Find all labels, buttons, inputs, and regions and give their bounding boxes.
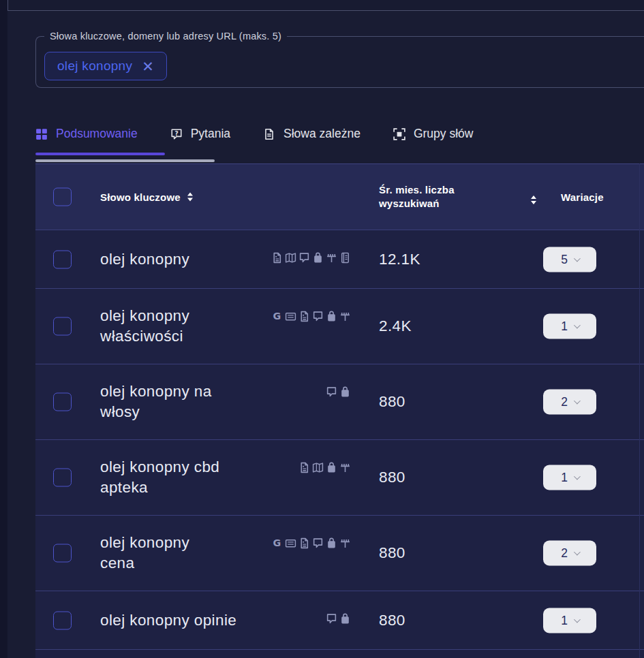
bag-icon	[326, 311, 337, 322]
tab-label: Grupy słów	[414, 127, 474, 141]
column-header-variations: Wariacje	[561, 191, 604, 203]
bag-icon	[339, 386, 351, 398]
dashboard-icon	[35, 128, 48, 140]
snippet-icon	[285, 537, 296, 549]
row-checkbox[interactable]	[53, 250, 72, 268]
row-checkbox[interactable]	[53, 469, 72, 487]
bag-icon	[326, 537, 337, 549]
bag-icon	[339, 613, 351, 625]
chevron-down-icon	[574, 398, 581, 405]
table-row-partial	[35, 649, 644, 658]
keyword-cell[interactable]: olej konopny cbd apteka	[100, 457, 219, 498]
variations-dropdown-button[interactable]: 1	[543, 314, 596, 339]
sort-down-icon	[531, 201, 536, 204]
map-icon	[312, 462, 324, 473]
search-volume: 2.4K	[379, 317, 412, 335]
tab-pytania[interactable]: Pytania	[170, 127, 230, 141]
bag-icon	[312, 252, 324, 264]
row-checkbox[interactable]	[53, 393, 72, 411]
keywords-input-label: Słowa kluczowe, domeny lub adresy URL (m…	[44, 31, 287, 42]
keywords-table: Słowo kluczowe Śr. mies. liczba wyszukiw…	[35, 163, 644, 658]
document-icon	[298, 462, 310, 473]
search-volume: 880	[379, 612, 405, 629]
chevron-down-icon	[574, 473, 581, 480]
chevron-down-icon	[574, 322, 581, 329]
serp-feature-icons	[271, 311, 351, 322]
row-checkbox[interactable]	[53, 544, 72, 563]
variations-dropdown-button[interactable]: 1	[543, 465, 596, 490]
chat-icon	[298, 252, 310, 264]
keyword-cell[interactable]: olej konopny opinie	[100, 610, 236, 631]
table-row: olej konopny opinie8801	[35, 591, 644, 649]
sitelinks-icon	[339, 311, 351, 322]
row-checkbox[interactable]	[53, 611, 72, 629]
sitelinks-icon	[339, 462, 351, 473]
serp-feature-icons	[271, 537, 351, 549]
sort-keyword-button[interactable]	[187, 193, 193, 202]
variations-count: 2	[561, 546, 568, 561]
table-header: Słowo kluczowe Śr. mies. liczba wyszukiw…	[35, 163, 644, 230]
keyword-chip-label: olej konopny	[57, 59, 132, 74]
document-icon	[271, 252, 283, 264]
tabs-scrollbar[interactable]	[35, 159, 215, 162]
variations-count: 1	[561, 471, 568, 485]
keyword-cell[interactable]: olej konopny właściwości	[100, 306, 189, 347]
variations-count: 1	[561, 613, 568, 627]
chat-icon	[326, 613, 337, 625]
variations-count: 2	[561, 395, 568, 409]
tab-label: Słowa zależne	[283, 127, 361, 141]
keyword-analysis-page: Słowa kluczowe, domeny lub adresy URL (m…	[0, 0, 644, 658]
tab-grupy-słów[interactable]: Grupy słów	[393, 127, 474, 141]
book-icon	[339, 252, 351, 264]
document-icon	[298, 537, 310, 549]
tab-słowa-zależne[interactable]: Słowa zależne	[263, 127, 361, 141]
column-header-keyword: Słowo kluczowe	[100, 191, 181, 203]
sort-volume-button[interactable]	[531, 195, 536, 204]
serp-feature-icons	[271, 252, 351, 264]
table-body: olej konopny12.1K5olej konopny właściwoś…	[35, 230, 644, 649]
chat-icon	[326, 386, 337, 398]
chat-icon	[312, 311, 324, 322]
tab-label: Pytania	[191, 127, 230, 141]
serp-feature-icons	[298, 462, 351, 473]
sitelinks-icon	[339, 537, 351, 549]
bag-icon	[326, 462, 337, 473]
variations-dropdown-button[interactable]: 2	[543, 541, 596, 566]
chevron-down-icon	[574, 549, 581, 556]
search-volume: 880	[379, 544, 405, 562]
tab-podsumowanie[interactable]: Podsumowanie	[35, 127, 138, 141]
keyword-cell[interactable]: olej konopny cena	[100, 533, 189, 574]
serp-feature-icons	[326, 613, 351, 625]
column-header-volume: Śr. mies. liczba wyszukiwań	[379, 183, 455, 211]
keywords-input-group[interactable]: Słowa kluczowe, domeny lub adresy URL (m…	[35, 36, 644, 88]
active-tab-underline	[35, 153, 165, 155]
search-volume: 880	[379, 469, 405, 486]
content-panel: Słowa kluczowe, domeny lub adresy URL (m…	[7, 0, 644, 658]
variations-count: 1	[561, 319, 568, 334]
variations-dropdown-button[interactable]: 5	[543, 247, 596, 272]
select-all-checkbox[interactable]	[53, 188, 72, 206]
map-icon	[285, 252, 296, 264]
document-icon	[298, 311, 310, 322]
search-volume: 880	[379, 393, 405, 411]
table-row: olej konopny na włosy8802	[35, 364, 644, 439]
variations-dropdown-button[interactable]: 1	[543, 608, 596, 633]
row-checkbox[interactable]	[53, 317, 72, 336]
top-panel-edge	[7, 0, 644, 11]
search-volume: 12.1K	[379, 251, 420, 268]
table-row: olej konopny cbd apteka8801	[35, 439, 644, 515]
tab-bar: PodsumowaniePytaniaSłowa zależneGrupy sł…	[35, 127, 473, 141]
keyword-chip[interactable]: olej konopny✕	[44, 52, 167, 80]
google-icon	[271, 311, 283, 322]
table-right-divider	[639, 163, 640, 658]
keyword-cell[interactable]: olej konopny na włosy	[100, 381, 212, 422]
chat-icon	[312, 537, 324, 549]
question-bubble-icon	[170, 128, 183, 140]
table-row: olej konopny cena8802	[35, 515, 644, 591]
variations-dropdown-button[interactable]: 2	[543, 390, 596, 415]
close-icon[interactable]: ✕	[142, 59, 154, 74]
table-row: olej konopny właściwości2.4K1	[35, 288, 644, 364]
keyword-cell[interactable]: olej konopny	[100, 249, 189, 270]
chevron-down-icon	[574, 255, 581, 262]
serp-feature-icons	[326, 386, 351, 398]
